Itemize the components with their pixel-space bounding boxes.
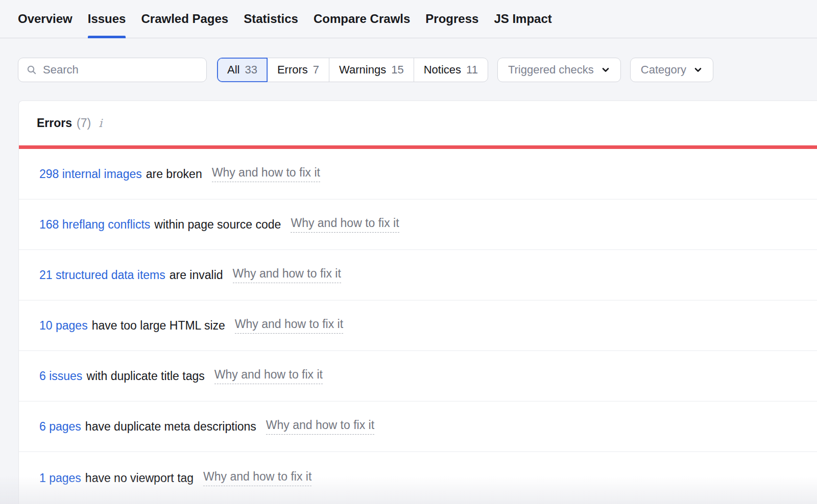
tab-statistics[interactable]: Statistics — [244, 0, 298, 38]
why-how-to-fix-link[interactable]: Why and how to fix it — [235, 317, 343, 334]
issue-description: are broken — [146, 167, 202, 181]
category-dropdown[interactable]: Category — [630, 58, 713, 82]
filter-warnings-label: Warnings — [339, 63, 386, 77]
error-severity-bar — [19, 145, 817, 149]
filter-warnings-count: 15 — [391, 63, 403, 77]
tab-js-impact[interactable]: JS Impact — [494, 0, 551, 38]
filter-notices-count: 11 — [466, 63, 478, 77]
issue-link[interactable]: 21 structured data items — [39, 268, 165, 282]
why-how-to-fix-link[interactable]: Why and how to fix it — [233, 267, 341, 283]
chevron-down-icon — [601, 65, 610, 74]
filter-errors-count: 7 — [313, 63, 319, 77]
filter-all-label: All — [227, 63, 239, 77]
issue-link[interactable]: 10 pages — [39, 319, 88, 333]
why-how-to-fix-link[interactable]: Why and how to fix it — [291, 216, 399, 233]
why-how-to-fix-link[interactable]: Why and how to fix it — [214, 368, 323, 384]
errors-panel-header: Errors (7) i — [19, 101, 817, 145]
filter-notices-label: Notices — [424, 63, 461, 77]
filter-errors-button[interactable]: Errors 7 — [267, 58, 329, 82]
issue-link[interactable]: 6 pages — [39, 420, 81, 434]
error-row: 6 issues with duplicate title tags Why a… — [19, 351, 817, 401]
why-how-to-fix-link[interactable]: Why and how to fix it — [212, 166, 320, 182]
category-label: Category — [641, 63, 686, 77]
issue-description: have too large HTML size — [92, 319, 225, 333]
issue-description: have no viewport tag — [85, 471, 194, 485]
search-input[interactable] — [43, 63, 198, 77]
filter-all-count: 33 — [245, 63, 257, 77]
tab-issues[interactable]: Issues — [88, 0, 126, 38]
error-row: 298 internal images are broken Why and h… — [19, 149, 817, 199]
issue-description: with duplicate title tags — [86, 369, 204, 383]
info-icon[interactable]: i — [99, 117, 102, 130]
issue-link[interactable]: 298 internal images — [39, 167, 142, 181]
errors-panel: Errors (7) i 298 internal images are bro… — [18, 100, 817, 504]
tab-progress[interactable]: Progress — [425, 0, 478, 38]
issue-link[interactable]: 1 pages — [39, 471, 81, 485]
error-list: 298 internal images are broken Why and h… — [19, 149, 817, 504]
issue-description: are invalid — [170, 268, 223, 282]
filter-notices-button[interactable]: Notices 11 — [414, 58, 488, 82]
tab-overview[interactable]: Overview — [18, 0, 73, 38]
error-row: 21 structured data items are invalid Why… — [19, 250, 817, 300]
tab-compare-crawls[interactable]: Compare Crawls — [314, 0, 410, 38]
error-row: 1 pages have no viewport tag Why and how… — [19, 452, 817, 504]
triggered-checks-label: Triggered checks — [508, 63, 594, 77]
issue-description: within page source code — [154, 218, 281, 232]
site-audit-tab-bar: Overview Issues Crawled Pages Statistics… — [0, 0, 817, 38]
issue-description: have duplicate meta descriptions — [85, 420, 256, 434]
severity-segmented-control: All 33 Errors 7 Warnings 15 Notices 11 — [217, 58, 488, 82]
search-icon — [27, 65, 37, 75]
errors-title: Errors — [37, 116, 72, 130]
filter-errors-label: Errors — [277, 63, 308, 77]
triggered-checks-dropdown[interactable]: Triggered checks — [497, 58, 621, 82]
tab-crawled-pages[interactable]: Crawled Pages — [141, 0, 228, 38]
issue-link[interactable]: 168 hreflang conflicts — [39, 218, 150, 232]
filter-all-button[interactable]: All 33 — [217, 58, 268, 82]
chevron-down-icon — [693, 65, 703, 74]
error-row: 6 pages have duplicate meta descriptions… — [19, 401, 817, 452]
error-row: 168 hreflang conflicts within page sourc… — [19, 199, 817, 250]
errors-count: (7) — [77, 116, 91, 130]
search-box[interactable] — [18, 58, 207, 82]
why-how-to-fix-link[interactable]: Why and how to fix it — [203, 470, 311, 486]
why-how-to-fix-link[interactable]: Why and how to fix it — [266, 418, 374, 435]
issue-link[interactable]: 6 issues — [39, 369, 82, 383]
error-row: 10 pages have too large HTML size Why an… — [19, 300, 817, 351]
issues-filter-toolbar: All 33 Errors 7 Warnings 15 Notices 11 T… — [18, 58, 799, 82]
filter-warnings-button[interactable]: Warnings 15 — [329, 58, 414, 82]
